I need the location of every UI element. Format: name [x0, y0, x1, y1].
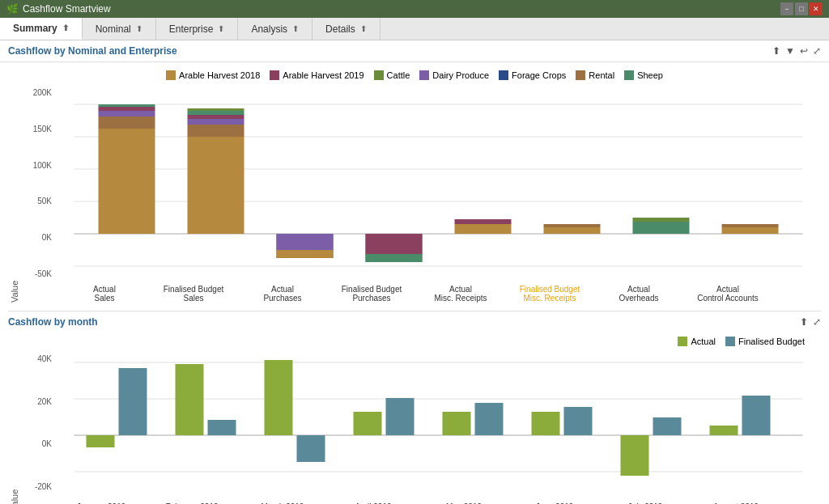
legend2-swatch-actual: [678, 337, 687, 346]
bar-feb-actual: [176, 364, 204, 435]
tab-nominal[interactable]: Nominal ⬆: [83, 18, 156, 40]
bar-jan-budget: [119, 368, 147, 435]
chart1-legend: Arable Harvest 2018 Arable Harvest 2019 …: [8, 70, 821, 80]
legend-swatch-arable2018: [166, 70, 176, 80]
y2-tick-neg20k: -20K: [35, 482, 52, 491]
section2-controls: ⬆ ⤢: [800, 316, 821, 328]
bar-budget-purch-sheep: [366, 254, 423, 262]
tab-analysis-label: Analysis: [251, 23, 287, 35]
expand-button-1[interactable]: ⤢: [813, 45, 821, 57]
tab-details-label: Details: [325, 23, 355, 35]
undo-button-1[interactable]: ↩: [800, 45, 808, 57]
bar-actual-sales-arable2019: [99, 107, 155, 111]
bar-budget-misc-rental: [544, 224, 601, 227]
main-content: Cashflow by Nominal and Enterprise ⬆ ▼ ↩…: [0, 40, 829, 504]
section2-header: Cashflow by month ⬆ ⤢: [0, 311, 829, 332]
bar-aug-budget: [742, 396, 771, 435]
legend-label-sheep: Sheep: [637, 70, 663, 80]
x-label-budget-purch: Finalised BudgetPurchases: [327, 285, 416, 303]
bar-feb-budget: [208, 420, 236, 435]
bar-jul-actual: [621, 435, 649, 476]
tab-details[interactable]: Details ⬆: [312, 18, 380, 40]
bar-misc-receipts-arable2019: [455, 219, 512, 224]
y-tick-100k: 100K: [33, 161, 52, 170]
y2-tick-20k: 20K: [37, 397, 52, 406]
legend-swatch-dairy: [419, 70, 429, 80]
chart1-x-labels: ActualSales Finalised BudgetSales Actual…: [56, 285, 821, 303]
chart2-area: Actual Finalised Budget Value 40K 20K 0K…: [0, 332, 829, 504]
bar-jun-actual: [532, 412, 560, 435]
bar-actual-oh-sheep: [633, 222, 690, 234]
chart2-legend: Actual Finalised Budget: [8, 337, 821, 346]
section1-header: Cashflow by Nominal and Enterprise ⬆ ▼ ↩…: [0, 40, 829, 62]
chart2-svg: [56, 354, 821, 500]
tab-nominal-icon: ⬆: [136, 24, 142, 33]
chart2-svg-container: January 2019 February 2019 March 2019 Ap…: [56, 354, 821, 504]
bar-misc-receipts-arable2018: [455, 224, 512, 234]
bar-budget-misc-arable2018: [544, 227, 601, 234]
close-button[interactable]: ✕: [810, 2, 823, 15]
minimize-button[interactable]: −: [780, 2, 793, 15]
x-label-actual-oh: ActualOverheads: [594, 285, 683, 303]
chart1-wrapper: Value 200K 150K 100K 50K 0K -50K: [8, 88, 821, 303]
app-title: Cashflow Smartview: [23, 3, 111, 15]
filter-button-1[interactable]: ▼: [785, 45, 795, 57]
bar-mar-budget: [297, 435, 325, 462]
legend-arable-2019: Arable Harvest 2019: [270, 70, 363, 80]
legend-label-forage: Forage Crops: [512, 70, 566, 80]
x-label-budget-misc: Finalised BudgetMisc. Receipts: [505, 285, 594, 303]
legend-dairy: Dairy Produce: [419, 70, 489, 80]
tab-enterprise-icon: ⬆: [218, 24, 224, 33]
bar-budget-sales-cattle: [188, 108, 244, 111]
nav-tabs: Summary ⬆ Nominal ⬆ Enterprise ⬆ Analysi…: [0, 18, 829, 40]
expand-button-2[interactable]: ⤢: [813, 316, 821, 328]
legend-label-dairy: Dairy Produce: [432, 70, 489, 80]
tab-analysis[interactable]: Analysis ⬆: [238, 18, 312, 40]
app-icon: 🌿: [6, 3, 19, 15]
legend-swatch-sheep: [624, 70, 634, 80]
chart2-y-axis-label: Value: [8, 354, 19, 504]
bar-control-rental: [722, 224, 779, 227]
chart2-wrapper: Value 40K 20K 0K -20K: [8, 354, 821, 504]
chart2-y-axis: 40K 20K 0K -20K: [19, 354, 56, 504]
legend-swatch-rental: [576, 70, 585, 80]
x-label-actual-purch: ActualPurchases: [238, 285, 327, 303]
chart1-svg-container: ActualSales Finalised BudgetSales Actual…: [56, 88, 821, 303]
bar-budget-purch-arable2019: [366, 234, 423, 254]
tab-nominal-label: Nominal: [96, 23, 131, 35]
legend-swatch-arable2019: [270, 70, 279, 80]
tab-enterprise-label: Enterprise: [169, 23, 214, 35]
title-bar: 🌿 Cashflow Smartview − □ ✕: [0, 0, 829, 18]
legend-sheep: Sheep: [624, 70, 663, 80]
restore-button[interactable]: □: [795, 2, 808, 15]
x-label-actual-sales: ActualSales: [60, 285, 149, 303]
tab-enterprise[interactable]: Enterprise ⬆: [156, 18, 239, 40]
x-label-budget-sales: Finalised BudgetSales: [149, 285, 238, 303]
section1-controls: ⬆ ▼ ↩ ⤢: [772, 45, 821, 57]
tab-details-icon: ⬆: [360, 24, 367, 33]
bar-actual-sales-arable2018: [99, 129, 155, 234]
export-button-1[interactable]: ⬆: [772, 45, 780, 57]
window-controls: − □ ✕: [780, 2, 823, 15]
bar-jul-budget: [653, 417, 682, 435]
bar-apr-budget: [386, 398, 414, 435]
bar-actual-purch-dairy: [277, 234, 334, 250]
x-label-actual-misc: ActualMisc. Receipts: [416, 285, 505, 303]
export-button-2[interactable]: ⬆: [800, 316, 808, 328]
legend-label-arable2018: Arable Harvest 2018: [179, 70, 260, 80]
y2-tick-0k: 0K: [42, 439, 52, 448]
legend-swatch-cattle: [374, 70, 384, 80]
tab-summary[interactable]: Summary ⬆: [0, 18, 83, 40]
legend2-actual: Actual: [678, 337, 716, 346]
legend-swatch-forage: [499, 70, 508, 80]
bar-actual-oh-cattle: [633, 218, 690, 222]
chart1-y-axis-label: Value: [8, 88, 19, 303]
chart1-svg: [56, 88, 821, 282]
bar-may-actual: [443, 412, 471, 435]
y-tick-neg50k: -50K: [35, 269, 52, 278]
bar-control-arable2018: [722, 227, 779, 234]
tab-analysis-icon: ⬆: [292, 24, 299, 33]
legend-arable-2018: Arable Harvest 2018: [166, 70, 260, 80]
bar-jun-budget: [564, 407, 593, 435]
y-tick-150k: 150K: [33, 125, 52, 133]
